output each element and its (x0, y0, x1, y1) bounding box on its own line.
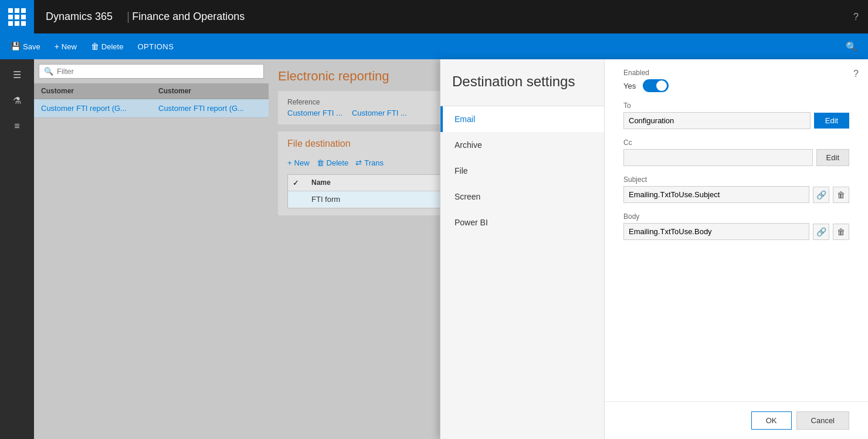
dest-panel-title: Destination settings (452, 73, 575, 89)
list-header: Customer Customer (34, 83, 269, 99)
cancel-button[interactable]: Cancel (796, 411, 849, 430)
filter-input[interactable] (57, 67, 259, 76)
hamburger-menu-icon[interactable]: ☰ (6, 64, 28, 85)
body-input[interactable] (623, 223, 809, 240)
to-label: To (623, 102, 849, 110)
cc-label: Cc (623, 139, 849, 147)
enabled-block: Enabled Yes (623, 69, 849, 92)
sidebar-icons: ☰ ⚗ ≡ (0, 59, 34, 439)
dest-nav-file[interactable]: File (440, 158, 604, 184)
body-link-icon[interactable]: 🔗 (813, 224, 829, 240)
plus-icon: + (287, 158, 292, 167)
delete-button[interactable]: 🗑 Delete (85, 38, 130, 55)
file-dest-delete-button[interactable]: 🗑 Delete (317, 156, 349, 170)
file-dest-trans-button[interactable]: ⇄ Trans (355, 156, 384, 170)
main-toolbar: 💾 Save + New 🗑 Delete OPTIONS 🔍 (0, 33, 868, 59)
subject-link-icon[interactable]: 🔗 (813, 187, 829, 203)
title-separator: | (127, 10, 130, 23)
new-label: New (62, 42, 77, 51)
list-row[interactable]: Customer FTI report (G... Customer FTI r… (34, 99, 269, 118)
save-icon: 💾 (11, 42, 21, 51)
ok-button[interactable]: OK (751, 411, 792, 430)
filter-sidebar-icon[interactable]: ⚗ (6, 90, 28, 111)
subject-delete-icon[interactable]: 🗑 (833, 187, 849, 203)
new-button[interactable]: + New (49, 38, 83, 55)
dest-nav: Destination settings Email Archive File … (440, 59, 605, 439)
file-dest-new-label: New (294, 158, 310, 167)
trash-icon: 🗑 (317, 158, 324, 167)
trans-icon: ⇄ (355, 158, 362, 167)
cc-edit-button[interactable]: Edit (816, 149, 849, 166)
filter-input-wrap[interactable]: 🔍 (39, 64, 264, 79)
body-label: Body (623, 212, 849, 221)
apps-button[interactable] (0, 0, 34, 33)
dest-nav-screen[interactable]: Screen (440, 184, 604, 210)
main-layout: ☰ ⚗ ≡ 🔍 Customer Customer Customer FTI r… (0, 59, 868, 439)
row-check (288, 196, 307, 203)
enabled-toggle[interactable] (643, 79, 669, 92)
dest-nav-powerbi[interactable]: Power BI (440, 210, 604, 235)
list-header-col2: Customer (151, 83, 269, 99)
dest-nav-archive[interactable]: Archive (440, 132, 604, 158)
to-input-group: Edit (623, 112, 849, 129)
list-icon[interactable]: ≡ (6, 116, 28, 137)
destination-settings-panel: Destination settings Email Archive File … (440, 59, 868, 439)
to-input[interactable] (623, 112, 811, 129)
yes-label: Yes (623, 82, 636, 90)
check-col-header: ✓ (288, 175, 307, 191)
body-row: 🔗 🗑 (623, 223, 849, 240)
delete-label: Delete (101, 42, 124, 51)
dest-content: ? Enabled Yes To (605, 59, 868, 439)
reference-value-2[interactable]: Customer FTI ... (352, 109, 407, 117)
top-bar: Dynamics 365 | Finance and Operations ? (0, 0, 868, 33)
enabled-label: Enabled (623, 69, 849, 77)
search-icon[interactable]: 🔍 (840, 38, 863, 56)
options-button[interactable]: OPTIONS (131, 39, 179, 55)
filter-bar: 🔍 (34, 59, 269, 83)
help-icon[interactable]: ? (853, 12, 868, 22)
module-name: Finance and Operations (132, 11, 245, 23)
cc-section: Cc Edit (623, 139, 849, 166)
file-dest-trans-label: Trans (364, 158, 384, 167)
cc-input-group: Edit (623, 149, 849, 166)
enabled-row: Yes (623, 79, 849, 92)
list-cell-2: Customer FTI report (G... (151, 99, 269, 117)
subject-input[interactable] (623, 186, 809, 203)
subject-row: 🔗 🗑 (623, 186, 849, 203)
apps-grid-icon (8, 8, 26, 26)
file-dest-new-button[interactable]: + New (287, 156, 310, 170)
new-icon: + (55, 42, 59, 51)
to-section: To Edit (623, 102, 849, 129)
subject-label: Subject (623, 175, 849, 184)
to-edit-button[interactable]: Edit (814, 113, 849, 129)
cc-input[interactable] (623, 149, 813, 166)
app-name: Dynamics 365 (34, 11, 124, 23)
list-header-col1: Customer (34, 83, 151, 99)
help-question-icon[interactable]: ? (853, 69, 859, 79)
list-panel: 🔍 Customer Customer Customer FTI report … (34, 59, 269, 439)
list-cell-1: Customer FTI report (G... (34, 99, 151, 117)
save-button[interactable]: 💾 Save (5, 38, 46, 55)
reference-value-1[interactable]: Customer FTI ... (287, 109, 343, 117)
file-dest-delete-label: Delete (327, 158, 349, 167)
filter-search-icon: 🔍 (44, 67, 53, 76)
dest-footer: OK Cancel (605, 401, 868, 439)
delete-icon: 🗑 (91, 42, 99, 51)
save-label: Save (23, 42, 40, 51)
subject-section: Subject 🔗 🗑 (623, 175, 849, 203)
dest-form: Enabled Yes To Edit (605, 59, 868, 401)
toggle-knob (656, 80, 667, 91)
body-delete-icon[interactable]: 🗑 (833, 224, 849, 240)
dest-nav-email[interactable]: Email (440, 106, 604, 132)
body-section: Body 🔗 🗑 (623, 212, 849, 240)
